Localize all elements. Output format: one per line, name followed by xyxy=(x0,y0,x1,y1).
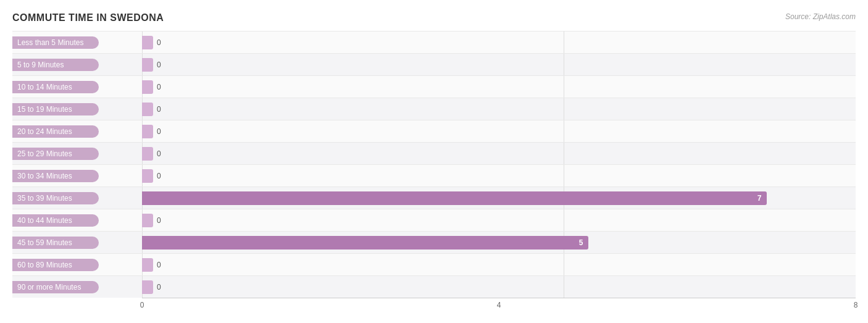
bar-label-wrapper: 30 to 34 Minutes xyxy=(12,170,142,182)
bar-value: 0 xyxy=(157,105,161,114)
bar-value-inside: 7 xyxy=(757,194,762,203)
x-axis-tick: 4 xyxy=(497,301,501,309)
bar-label: 60 to 89 Minutes xyxy=(12,259,99,271)
bar-label-wrapper: Less than 5 Minutes xyxy=(12,36,142,49)
bar-label-wrapper: 35 to 39 Minutes xyxy=(12,192,142,204)
bar-area: 0 xyxy=(142,31,856,53)
chart-title: COMMUTE TIME IN SWEDONA xyxy=(12,12,164,23)
bar-area: 7 xyxy=(142,187,856,209)
bar-label: 90 or more Minutes xyxy=(12,281,99,293)
table-row: 30 to 34 Minutes0 xyxy=(12,164,856,187)
x-axis-tick: 8 xyxy=(854,301,858,309)
bar-value: 0 xyxy=(157,38,161,47)
chart-source: Source: ZipAtlas.com xyxy=(785,12,856,21)
bar-label-wrapper: 45 to 59 Minutes xyxy=(12,237,142,249)
bar-label: 30 to 34 Minutes xyxy=(12,170,99,182)
table-row: 90 or more Minutes0 xyxy=(12,275,856,298)
chart-container: COMMUTE TIME IN SWEDONA Source: ZipAtlas… xyxy=(0,6,868,323)
bar-area: 0 xyxy=(142,143,856,164)
table-row: 60 to 89 Minutes0 xyxy=(12,253,856,275)
bar-label: 45 to 59 Minutes xyxy=(12,237,99,249)
bar-label: Less than 5 Minutes xyxy=(12,36,99,49)
table-row: 15 to 19 Minutes0 xyxy=(12,98,856,120)
table-row: Less than 5 Minutes0 xyxy=(12,31,856,53)
x-axis: 048 xyxy=(142,298,856,310)
bar-label-wrapper: 10 to 14 Minutes xyxy=(12,81,142,93)
chart-header: COMMUTE TIME IN SWEDONA Source: ZipAtlas… xyxy=(12,12,856,23)
bar-label-wrapper: 15 to 19 Minutes xyxy=(12,103,142,115)
bar-label: 40 to 44 Minutes xyxy=(12,214,99,227)
bar-area: 0 xyxy=(142,165,856,187)
bar-label: 35 to 39 Minutes xyxy=(12,192,99,204)
bar-value: 0 xyxy=(157,172,161,180)
bar-area: 0 xyxy=(142,54,856,75)
bar-value: 0 xyxy=(157,283,161,292)
bar-area: 5 xyxy=(142,232,856,253)
bar-label: 5 to 9 Minutes xyxy=(12,59,99,71)
bar-value-inside: 5 xyxy=(579,238,583,247)
bar-value: 0 xyxy=(157,216,161,225)
table-row: 45 to 59 Minutes5 xyxy=(12,231,856,253)
table-row: 35 to 39 Minutes7 xyxy=(12,187,856,209)
bar-value: 0 xyxy=(157,127,161,136)
bar-label: 25 to 29 Minutes xyxy=(12,148,99,160)
bar-label-wrapper: 20 to 24 Minutes xyxy=(12,125,142,138)
table-row: 25 to 29 Minutes0 xyxy=(12,142,856,164)
bar-area: 0 xyxy=(142,209,856,231)
bar-chart: Less than 5 Minutes05 to 9 Minutes010 to… xyxy=(12,31,856,298)
bar-label-wrapper: 5 to 9 Minutes xyxy=(12,59,142,71)
table-row: 10 to 14 Minutes0 xyxy=(12,75,856,98)
bar-value: 0 xyxy=(157,83,161,91)
bar-label-wrapper: 25 to 29 Minutes xyxy=(12,148,142,160)
bar-label: 20 to 24 Minutes xyxy=(12,125,99,138)
bar-label-wrapper: 90 or more Minutes xyxy=(12,281,142,293)
bar-label-wrapper: 60 to 89 Minutes xyxy=(12,259,142,271)
bar-label: 10 to 14 Minutes xyxy=(12,81,99,93)
bar-value: 0 xyxy=(157,149,161,158)
bar-area: 0 xyxy=(142,98,856,120)
table-row: 20 to 24 Minutes0 xyxy=(12,120,856,142)
table-row: 5 to 9 Minutes0 xyxy=(12,53,856,75)
table-row: 40 to 44 Minutes0 xyxy=(12,209,856,231)
bar-label: 15 to 19 Minutes xyxy=(12,103,99,115)
bar-value: 0 xyxy=(157,61,161,69)
bar-area: 0 xyxy=(142,254,856,275)
bar-value: 0 xyxy=(157,261,161,269)
bar-area: 0 xyxy=(142,276,856,298)
x-axis-tick: 0 xyxy=(140,301,144,309)
bar-area: 0 xyxy=(142,120,856,142)
bar-label-wrapper: 40 to 44 Minutes xyxy=(12,214,142,227)
bar-area: 0 xyxy=(142,76,856,98)
